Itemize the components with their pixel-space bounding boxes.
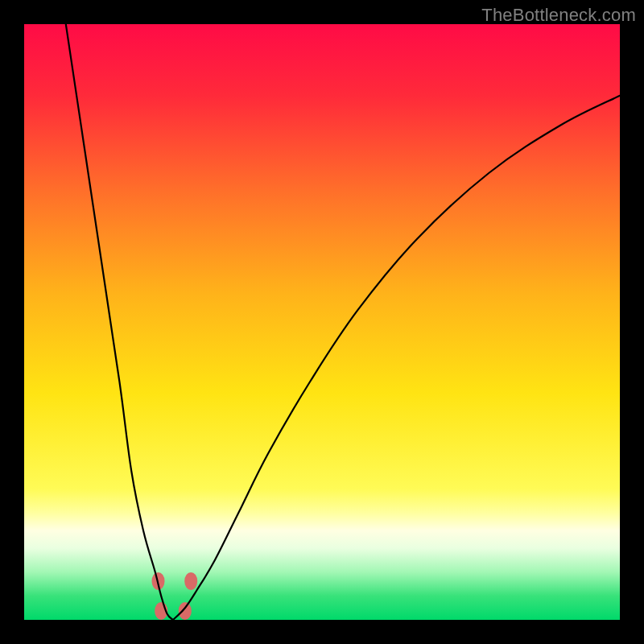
gradient-background — [24, 24, 620, 620]
chart-marker — [179, 602, 192, 620]
watermark-text: TheBottleneck.com — [481, 5, 636, 26]
bottleneck-chart — [24, 24, 620, 620]
chart-marker — [184, 572, 197, 590]
chart-frame — [24, 24, 620, 620]
